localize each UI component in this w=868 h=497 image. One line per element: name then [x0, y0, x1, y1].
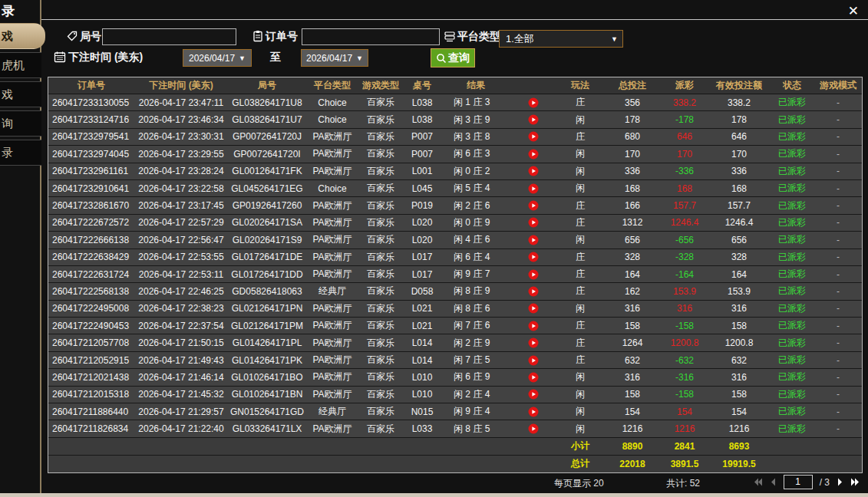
- cell-payout: 338.2: [661, 97, 708, 108]
- table-row[interactable]: 260417211826834 2026-04-17 21:22:40 GL03…: [48, 420, 862, 436]
- table-row[interactable]: 260417222490453 2026-04-17 22:37:54 GL02…: [48, 318, 862, 334]
- col-game-mode: 游戏模式: [814, 79, 862, 92]
- table-row[interactable]: 260417222568138 2026-04-17 22:46:25 GD05…: [48, 283, 862, 299]
- cell-play-type: 闲: [556, 423, 604, 436]
- cell-table-no: L010: [403, 389, 441, 400]
- cell-status: 已派彩: [770, 216, 814, 229]
- replay-play-icon[interactable]: [510, 200, 556, 211]
- next-page-icon[interactable]: [837, 478, 843, 486]
- cell-play-type: 庄: [556, 130, 604, 143]
- date-to-value: 2026/04/17: [306, 53, 352, 64]
- chevron-down-icon: ▼: [239, 54, 246, 62]
- table-row[interactable]: 260417222495008 2026-04-17 22:38:23 GL02…: [48, 301, 862, 317]
- replay-play-icon[interactable]: [510, 252, 556, 262]
- table-row[interactable]: 260417222631724 2026-04-17 22:53:11 GL01…: [48, 266, 862, 282]
- table-body: 260417233130055 2026-04-17 23:47:11 GL03…: [48, 94, 862, 437]
- replay-play-icon[interactable]: [510, 183, 556, 194]
- cell-platform: PA欧洲厅: [306, 233, 358, 246]
- close-icon[interactable]: ✕: [848, 3, 859, 19]
- table-row[interactable]: 260417222638429 2026-04-17 22:53:55 GL01…: [48, 249, 862, 265]
- cell-result: 闲 0 庄 9: [441, 216, 510, 229]
- cell-game-mode: -: [814, 217, 862, 228]
- replay-play-icon[interactable]: [510, 97, 556, 108]
- grand-total-payout: 3891.5: [661, 459, 708, 469]
- cell-result: 闲 8 庄 5: [441, 423, 510, 436]
- cell-valid-bet: 158: [708, 389, 770, 400]
- cell-valid-bet: 1216: [708, 423, 770, 434]
- table-row[interactable]: 260417232979541 2026-04-17 23:30:31 GP00…: [48, 129, 862, 145]
- table-row[interactable]: 260417212021438 2026-04-17 21:46:14 GL01…: [48, 369, 862, 385]
- date-from-select[interactable]: 2026/04/17 ▼: [183, 49, 252, 67]
- sidebar-tab-live-games[interactable]: 戏: [0, 23, 45, 49]
- sidebar: 录 戏 虎机 戏 询 录: [0, 0, 41, 493]
- sidebar-tab-slots[interactable]: 虎机: [0, 52, 41, 78]
- replay-play-icon[interactable]: [510, 423, 556, 434]
- cell-play-type: 闲: [556, 388, 604, 401]
- cell-status: 已派彩: [770, 96, 814, 109]
- cell-platform: PA欧洲厅: [306, 130, 358, 143]
- prev-page-icon[interactable]: [770, 478, 777, 486]
- table-row[interactable]: 260417212015318 2026-04-17 21:45:32 GL01…: [48, 387, 862, 403]
- date-from-value: 2026/04/17: [189, 53, 235, 64]
- sidebar-tab-query[interactable]: 询: [0, 110, 41, 137]
- col-round-no: 局号: [228, 79, 306, 92]
- cell-total-bet: 316: [604, 372, 661, 383]
- bet-records-table: 订单号 下注时间 (美东) 局号 平台类型 游戏类型 桌号 结果 玩法 总投注 …: [48, 77, 863, 473]
- replay-play-icon[interactable]: [510, 269, 556, 280]
- replay-play-icon[interactable]: [510, 355, 556, 366]
- date-to-select[interactable]: 2026/04/17 ▼: [301, 49, 368, 67]
- cell-game-mode: -: [814, 337, 862, 348]
- replay-play-icon[interactable]: [510, 131, 556, 142]
- replay-play-icon[interactable]: [510, 337, 556, 348]
- table-row[interactable]: 260417233124716 2026-04-17 23:46:34 GL03…: [48, 111, 862, 127]
- cell-platform: 经典厅: [306, 285, 358, 298]
- replay-play-icon[interactable]: [510, 235, 556, 245]
- replay-play-icon[interactable]: [510, 389, 556, 400]
- platform-type-select[interactable]: 1.全部 ▼: [499, 30, 623, 48]
- table-row[interactable]: 260417211886440 2026-04-17 21:29:57 GN01…: [48, 403, 862, 420]
- search-button[interactable]: 查询: [431, 48, 475, 67]
- cell-table-no: P019: [403, 200, 441, 211]
- table-row[interactable]: 260417233130055 2026-04-17 23:47:11 GL03…: [48, 94, 862, 110]
- last-page-icon[interactable]: [850, 478, 861, 486]
- grand-total-label: 总计: [556, 457, 604, 470]
- table-row[interactable]: 260417212052915 2026-04-17 21:49:43 GL01…: [48, 352, 862, 368]
- cell-status: 已派彩: [770, 354, 814, 367]
- cell-game-mode: -: [814, 131, 862, 142]
- cell-game-type: 百家乐: [358, 130, 403, 143]
- table-row[interactable]: 260417232974045 2026-04-17 23:29:55 GP00…: [48, 146, 862, 162]
- bet-time-label: 下注时间 (美东): [68, 51, 143, 64]
- cell-bet-time: 2026-04-17 23:22:58: [134, 183, 228, 194]
- replay-play-icon[interactable]: [510, 406, 556, 417]
- table-row[interactable]: 260417222666138 2026-04-17 22:56:47 GL02…: [48, 232, 862, 248]
- replay-play-icon[interactable]: [510, 217, 556, 228]
- order-no-input[interactable]: [302, 28, 440, 45]
- replay-play-icon[interactable]: [510, 303, 556, 314]
- page-number-input[interactable]: 1: [784, 475, 813, 489]
- replay-play-icon[interactable]: [510, 149, 556, 160]
- replay-play-icon[interactable]: [510, 372, 556, 383]
- cell-order-no: 260417232861670: [48, 200, 134, 211]
- table-row[interactable]: 260417232910641 2026-04-17 23:22:58 GL04…: [48, 180, 862, 196]
- cell-bet-time: 2026-04-17 22:57:29: [134, 217, 228, 228]
- cell-game-type: 百家乐: [358, 233, 403, 246]
- table-row[interactable]: 260417222672572 2026-04-17 22:57:29 GL02…: [48, 215, 862, 231]
- first-page-icon[interactable]: [752, 478, 763, 486]
- replay-play-icon[interactable]: [510, 114, 556, 125]
- cell-status: 已派彩: [770, 302, 814, 315]
- replay-play-icon[interactable]: [510, 321, 556, 331]
- col-status: 状态: [770, 79, 814, 92]
- cell-payout: 154: [661, 406, 708, 417]
- sidebar-tab-games[interactable]: 戏: [0, 81, 41, 107]
- replay-play-icon[interactable]: [510, 166, 556, 176]
- col-payout: 派彩: [661, 79, 708, 92]
- table-row[interactable]: 260417232961161 2026-04-17 23:28:24 GL00…: [48, 163, 862, 179]
- cell-valid-bet: 1200.8: [708, 337, 770, 348]
- cell-order-no: 260417212052915: [48, 355, 134, 366]
- cell-game-mode: -: [814, 114, 862, 125]
- table-row[interactable]: 260417212057708 2026-04-17 21:50:15 GL01…: [48, 334, 862, 351]
- replay-play-icon[interactable]: [510, 286, 556, 297]
- sidebar-tab-records[interactable]: 录: [0, 140, 41, 166]
- round-no-input[interactable]: [102, 28, 236, 45]
- table-row[interactable]: 260417232861670 2026-04-17 23:17:45 GP01…: [48, 197, 862, 213]
